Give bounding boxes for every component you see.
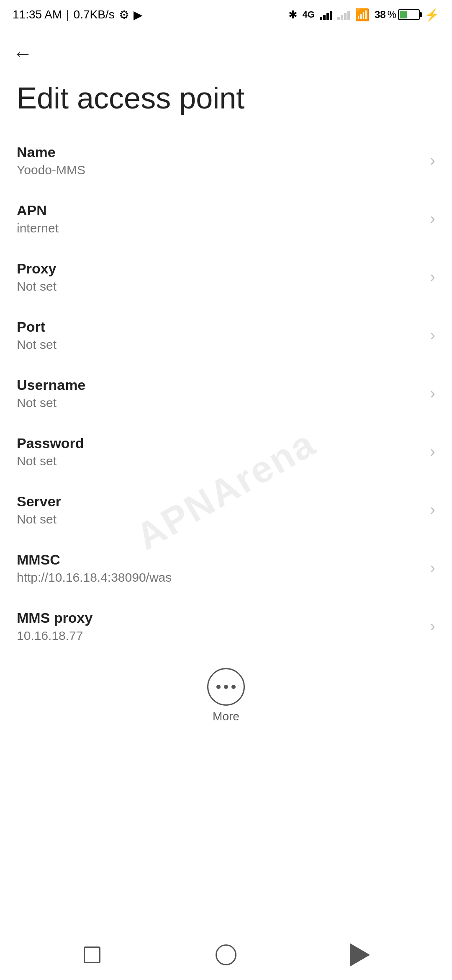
status-bar: 11:35 AM | 0.7KB/s ⚙ ▶ ✱ 4G 📶 38 % ⚡ <box>0 0 452 29</box>
status-left: 11:35 AM | 0.7KB/s ⚙ ▶ <box>13 8 143 22</box>
recents-icon <box>84 946 100 963</box>
settings-item-username-value: Not set <box>17 396 421 410</box>
settings-item-server[interactable]: Server Not set › <box>0 481 452 539</box>
settings-item-mms-proxy-value: 10.16.18.77 <box>17 629 421 643</box>
network-4g-icon: 4G <box>303 9 315 20</box>
nav-back-button[interactable] <box>343 938 377 972</box>
settings-item-mms-proxy[interactable]: MMS proxy 10.16.18.77 › <box>0 597 452 655</box>
chevron-right-icon-port: › <box>430 326 435 344</box>
settings-item-mms-proxy-label: MMS proxy <box>17 610 421 626</box>
settings-item-port-content: Port Not set <box>17 319 421 352</box>
chevron-right-icon-mmsc: › <box>430 559 435 577</box>
chevron-right-icon-mms-proxy: › <box>430 617 435 635</box>
settings-item-apn-label: APN <box>17 202 421 219</box>
settings-item-port[interactable]: Port Not set › <box>0 306 452 364</box>
settings-item-proxy-content: Proxy Not set <box>17 260 421 294</box>
settings-item-mmsc[interactable]: MMSC http://10.16.18.4:38090/was › <box>0 539 452 597</box>
charging-icon: ⚡ <box>425 8 439 22</box>
settings-icon: ⚙ <box>119 8 129 22</box>
settings-item-proxy[interactable]: Proxy Not set › <box>0 248 452 306</box>
nav-home-button[interactable] <box>209 938 243 972</box>
settings-item-username[interactable]: Username Not set › <box>0 364 452 423</box>
chevron-right-icon-name: › <box>430 152 435 170</box>
bluetooth-icon: ✱ <box>288 8 298 21</box>
settings-item-mmsc-label: MMSC <box>17 552 421 568</box>
time-display: 11:35 AM <box>13 8 62 21</box>
more-button[interactable] <box>207 668 245 706</box>
settings-item-apn-content: APN internet <box>17 202 421 235</box>
settings-item-mms-proxy-content: MMS proxy 10.16.18.77 <box>17 610 421 643</box>
wifi-icon: 📶 <box>355 8 370 22</box>
settings-item-proxy-value: Not set <box>17 279 421 294</box>
more-label: More <box>213 710 239 723</box>
settings-item-name-value: Yoodo-MMS <box>17 163 421 177</box>
more-dots-icon <box>216 685 236 689</box>
settings-item-port-label: Port <box>17 319 421 335</box>
chevron-right-icon-username: › <box>430 384 435 402</box>
battery-indicator: 38 % <box>375 9 420 21</box>
signal-bars-1 <box>320 9 332 20</box>
more-section: More <box>0 655 452 732</box>
back-button[interactable]: ← <box>0 29 452 73</box>
video-icon: ▶ <box>134 8 143 22</box>
settings-item-mmsc-value: http://10.16.18.4:38090/was <box>17 570 421 585</box>
speed-display: 0.7KB/s <box>74 8 115 21</box>
signal-bars-2 <box>337 9 350 20</box>
chevron-right-icon-apn: › <box>430 210 435 228</box>
back-icon <box>350 943 370 967</box>
settings-item-username-label: Username <box>17 377 421 393</box>
settings-item-apn[interactable]: APN internet › <box>0 190 452 248</box>
chevron-right-icon-password: › <box>430 443 435 461</box>
settings-item-password[interactable]: Password Not set › <box>0 423 452 481</box>
settings-item-name-content: Name Yoodo-MMS <box>17 144 421 177</box>
settings-item-port-value: Not set <box>17 338 421 352</box>
settings-item-username-content: Username Not set <box>17 377 421 410</box>
settings-item-name[interactable]: Name Yoodo-MMS › <box>0 132 452 190</box>
settings-item-mmsc-content: MMSC http://10.16.18.4:38090/was <box>17 552 421 585</box>
back-arrow-icon: ← <box>13 42 33 65</box>
settings-item-password-label: Password <box>17 435 421 451</box>
nav-recents-button[interactable] <box>75 938 109 972</box>
nav-bar <box>0 930 452 980</box>
settings-item-server-label: Server <box>17 493 421 510</box>
chevron-right-icon-proxy: › <box>430 268 435 286</box>
settings-item-server-content: Server Not set <box>17 493 421 526</box>
settings-item-proxy-label: Proxy <box>17 260 421 277</box>
settings-list: Name Yoodo-MMS › APN internet › Proxy No… <box>0 132 452 655</box>
page-title: Edit access point <box>0 73 452 132</box>
separator: | <box>66 8 69 21</box>
settings-item-apn-value: internet <box>17 221 421 235</box>
home-icon <box>216 944 236 965</box>
settings-item-password-content: Password Not set <box>17 435 421 468</box>
settings-item-name-label: Name <box>17 144 421 160</box>
settings-item-server-value: Not set <box>17 512 421 526</box>
settings-item-password-value: Not set <box>17 454 421 468</box>
status-right: ✱ 4G 📶 38 % ⚡ <box>288 8 439 22</box>
chevron-right-icon-server: › <box>430 501 435 519</box>
